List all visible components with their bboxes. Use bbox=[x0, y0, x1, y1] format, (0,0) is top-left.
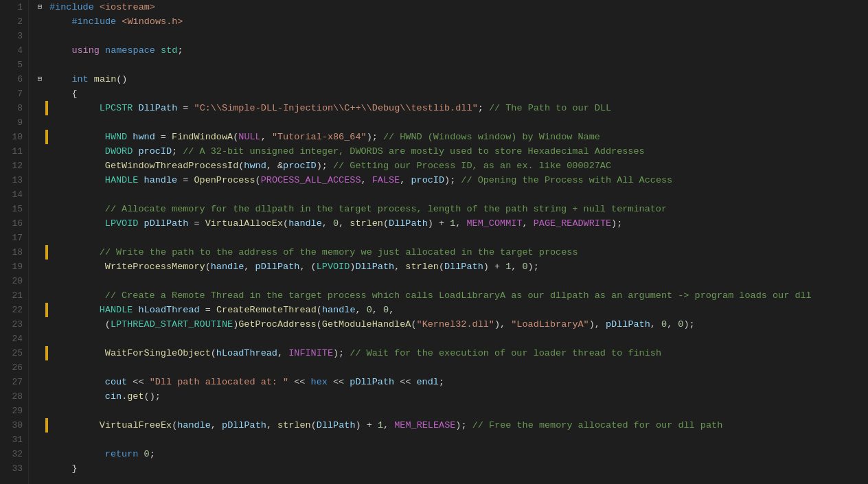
token-plain: ); bbox=[333, 348, 350, 358]
token-plain: << bbox=[288, 377, 310, 387]
code-editor: 1234567891011121314151617181920212223242… bbox=[0, 0, 868, 484]
token-plain: << bbox=[394, 377, 416, 387]
token-plain: ); bbox=[455, 420, 472, 430]
token-type: LPVOID bbox=[105, 218, 139, 229]
token-plain bbox=[100, 45, 105, 56]
line-number: 12 bbox=[5, 159, 23, 173]
code-line bbox=[34, 115, 868, 130]
token-num: 0 bbox=[522, 262, 527, 272]
token-plain: , bbox=[339, 218, 350, 229]
breakpoint-mark bbox=[45, 303, 48, 317]
line-content: HWND hwnd = FindWindowA(NULL, "Tutorial-… bbox=[60, 130, 868, 144]
line-number: 26 bbox=[5, 360, 23, 375]
token-plain bbox=[49, 45, 71, 56]
line-content: WriteProcessMemory(handle, pDllPath, (LP… bbox=[60, 260, 868, 274]
token-cmt: // Create a Remote Thread in the target … bbox=[105, 290, 812, 301]
line-content: VirtualFreeEx(handle, pDllPath, strlen(D… bbox=[55, 418, 868, 433]
token-cmt: // HWND (Windows window) by Window Name bbox=[383, 132, 600, 142]
token-plain: , bbox=[389, 305, 394, 315]
code-line bbox=[34, 433, 868, 447]
token-plain: { bbox=[49, 89, 78, 99]
code-area[interactable]: ⊟#include <iostream> #include <Windows.h… bbox=[29, 0, 868, 484]
token-plain bbox=[94, 2, 100, 12]
token-var: pDllPath bbox=[222, 420, 266, 430]
fold-gutter[interactable]: ⊟ bbox=[34, 72, 45, 87]
line-number: 27 bbox=[5, 375, 23, 389]
token-plain: = bbox=[177, 103, 194, 113]
token-plain: () bbox=[116, 74, 127, 84]
token-plain: ( bbox=[411, 319, 416, 330]
token-fn: strlen bbox=[350, 218, 383, 229]
token-plain: } bbox=[49, 463, 78, 474]
token-plain bbox=[138, 449, 144, 459]
code-line: cout << "Dll path allocated at: " << hex… bbox=[34, 375, 868, 389]
code-line: return 0; bbox=[34, 447, 868, 461]
line-number: 24 bbox=[5, 332, 23, 346]
line-content: LPCSTR DllPath = "C:\\Simple-DLL-Injecti… bbox=[55, 101, 868, 115]
token-plain: ; bbox=[478, 103, 489, 113]
token-kw: int bbox=[71, 74, 88, 84]
token-plain bbox=[133, 103, 138, 113]
token-var: handle bbox=[322, 305, 356, 315]
token-mac: PAGE_READWRITE bbox=[534, 218, 611, 229]
line-number: 10 bbox=[5, 130, 23, 144]
token-plain: ( bbox=[439, 262, 444, 272]
line-number: 7 bbox=[5, 87, 23, 101]
token-str: "Dll path allocated at: " bbox=[150, 377, 289, 387]
token-plain: ) + bbox=[428, 218, 450, 229]
token-str: <Windows.h> bbox=[122, 16, 183, 27]
token-plain: , bbox=[394, 262, 405, 272]
line-content: using namespace std; bbox=[49, 43, 868, 58]
token-plain: ); bbox=[683, 319, 694, 330]
token-kw: namespace bbox=[105, 45, 155, 56]
token-plain: , bbox=[667, 319, 678, 330]
token-fn: VirtualAllocEx bbox=[205, 218, 283, 229]
code-line: #include <Windows.h> bbox=[34, 14, 868, 29]
line-number: 5 bbox=[5, 58, 23, 72]
token-plain: ( bbox=[317, 319, 322, 330]
token-num: 0 bbox=[367, 305, 372, 315]
code-line bbox=[34, 231, 868, 245]
fold-icon[interactable]: ⊟ bbox=[38, 72, 43, 87]
fold-gutter[interactable]: ⊟ bbox=[34, 0, 45, 14]
line-content: // Create a Remote Thread in the target … bbox=[60, 288, 868, 303]
line-content: return 0; bbox=[60, 447, 868, 461]
code-line: ⊟ int main() bbox=[34, 72, 868, 87]
token-mac: MEM_RELEASE bbox=[394, 420, 455, 430]
token-plain: = bbox=[188, 218, 205, 229]
token-fn: main bbox=[94, 74, 116, 84]
code-line: GetWindowThreadProcessId(hwnd, &procID);… bbox=[34, 159, 868, 173]
token-plain: ; bbox=[439, 377, 444, 387]
token-plain bbox=[89, 74, 94, 84]
token-num: 0 bbox=[144, 449, 150, 459]
token-plain: , & bbox=[266, 161, 283, 171]
token-std-ns: std bbox=[161, 45, 177, 56]
token-plain: << bbox=[328, 377, 350, 387]
token-num: 0 bbox=[661, 319, 667, 330]
token-var: cin bbox=[105, 391, 122, 402]
token-plain: ( bbox=[283, 218, 288, 229]
token-plain: , bbox=[455, 218, 466, 229]
code-line bbox=[34, 274, 868, 288]
token-var: pDllPath bbox=[255, 262, 300, 272]
token-plain bbox=[60, 290, 105, 301]
token-plain: , bbox=[261, 132, 272, 142]
token-type: HWND bbox=[105, 132, 127, 142]
code-line: using namespace std; bbox=[34, 43, 868, 58]
token-type: LPTHREAD_START_ROUTINE bbox=[111, 319, 233, 330]
token-mac: PROCESS_ALL_ACCESS bbox=[261, 175, 361, 185]
token-cmt: // Allocate memory for the dllpath in th… bbox=[105, 204, 667, 214]
token-var: hLoadThread bbox=[139, 305, 200, 315]
token-plain: ( bbox=[383, 218, 389, 229]
fold-icon[interactable]: ⊟ bbox=[38, 0, 43, 14]
token-plain: = bbox=[177, 175, 194, 185]
line-content: cout << "Dll path allocated at: " << hex… bbox=[60, 375, 868, 389]
line-number: 18 bbox=[5, 245, 23, 260]
token-var: procID bbox=[283, 161, 317, 171]
token-num: 1 bbox=[378, 420, 383, 430]
line-number: 32 bbox=[5, 447, 23, 461]
token-plain bbox=[60, 348, 105, 358]
line-number: 28 bbox=[5, 389, 23, 404]
line-content: (LPTHREAD_START_ROUTINE)GetProcAddress(G… bbox=[60, 317, 868, 332]
line-number: 19 bbox=[5, 260, 23, 274]
